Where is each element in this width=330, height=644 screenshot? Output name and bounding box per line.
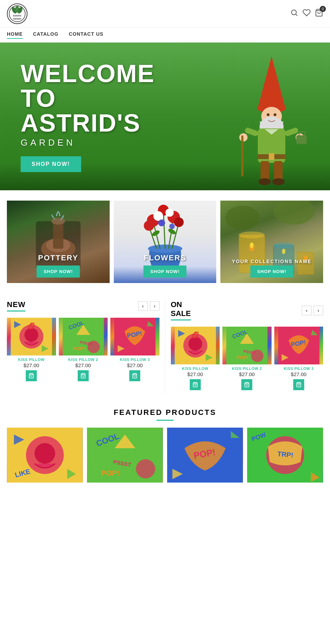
svg-point-64 (24, 328, 38, 342)
svg-rect-24 (296, 135, 307, 144)
hero-shop-button[interactable]: SHOP NOW! (21, 156, 81, 172)
new-product-1-price: $27.00 (7, 362, 56, 368)
new-next-button[interactable]: › (150, 301, 160, 311)
section-divider (165, 300, 165, 394)
featured-title: FEATURED PRODUCTS (7, 408, 323, 417)
featured-grid: LIKE COOL PSSST POP! (7, 428, 323, 483)
products-section: NEW ‹ › 💋 (0, 293, 330, 398)
collection-label: YOUR COLLECTIONS NAME (232, 259, 312, 264)
sale-products: ON SALE ‹ › 💋 (171, 300, 323, 394)
new-product-3-image: POP! (110, 318, 160, 355)
new-product-2: COOL PSSST POP! KISS PILLOW 2 $27.00 (59, 318, 108, 381)
svg-point-52 (226, 206, 260, 230)
sale-product-1-price: $27.00 (171, 371, 220, 377)
new-products: NEW ‹ › 💋 (7, 300, 160, 394)
nav-home[interactable]: HOME (7, 31, 23, 39)
svg-marker-9 (258, 56, 285, 108)
svg-point-56 (250, 242, 254, 248)
featured-section: FEATURED PRODUCTS LIKE COOL (0, 398, 330, 489)
svg-point-27 (258, 178, 271, 185)
sale-products-row: 💋 KISS PILLOW $27.00 (171, 323, 323, 394)
cart-count: 0 (320, 6, 326, 12)
main-nav: HOME CATALOG CONTACT US (0, 28, 330, 43)
header: Astrid's Garden 0 (0, 0, 330, 28)
featured-product-1[interactable]: LIKE (7, 428, 83, 483)
search-icon[interactable] (290, 9, 298, 19)
svg-text:TRP!: TRP! (277, 450, 294, 459)
svg-rect-32 (53, 221, 63, 249)
svg-point-46 (165, 208, 174, 217)
sale-product-2-price: $27.00 (222, 371, 272, 377)
sale-product-2-cart-button[interactable] (241, 379, 252, 390)
svg-point-58 (274, 242, 294, 248)
new-prev-button[interactable]: ‹ (138, 301, 148, 311)
wishlist-icon[interactable] (302, 9, 311, 19)
logo[interactable]: Astrid's Garden (7, 3, 28, 24)
flowers-label: FLOWERS (144, 253, 186, 262)
featured-product-4[interactable]: TRP! POW (247, 428, 323, 483)
cart-icon[interactable]: 0 (315, 9, 323, 19)
new-products-row: 💋 KISS PILLOW $27.00 (7, 314, 160, 385)
svg-point-111 (136, 459, 155, 478)
sale-product-1-cart-button[interactable] (190, 379, 201, 390)
new-product-2-cart-button[interactable] (78, 370, 89, 381)
new-product-2-price: $27.00 (59, 362, 108, 368)
nav-contact[interactable]: CONTACT US (69, 31, 103, 39)
new-product-3-name: KISS PILLOW 3 (110, 358, 160, 362)
new-title: NEW (7, 300, 25, 312)
sale-product-1-image: 💋 (171, 327, 220, 364)
section-row: NEW ‹ › 💋 (7, 300, 323, 394)
category-grid: POTTERY SHOP NOW! (0, 190, 330, 293)
hero-subtitle: GARDEN (21, 137, 155, 148)
svg-line-36 (163, 211, 165, 249)
svg-point-33 (51, 218, 65, 225)
svg-rect-23 (241, 135, 243, 177)
hero-content: WELCOME TO ASTRID'S GARDEN SHOP NOW! (0, 47, 175, 186)
svg-point-61 (282, 249, 286, 254)
sale-product-2-image: COOL PSSST POP! (222, 327, 272, 364)
category-collection[interactable]: YOUR COLLECTIONS NAME SHOP NOW! (220, 201, 323, 283)
new-product-3-cart-button[interactable] (129, 370, 140, 381)
pottery-cta[interactable]: SHOP NOW! (37, 265, 80, 278)
svg-point-13 (274, 113, 276, 116)
on-sale-line2: SALE (171, 309, 191, 320)
sale-product-3-cart-button[interactable] (293, 379, 304, 390)
svg-point-43 (174, 217, 184, 227)
svg-line-7 (296, 14, 297, 16)
new-product-3-price: $27.00 (110, 362, 160, 368)
svg-rect-18 (269, 153, 274, 160)
sale-next-button[interactable]: › (314, 306, 323, 315)
category-flowers[interactable]: FLOWERS SHOP NOW! (114, 201, 217, 283)
sale-product-3: POP! KISS PILLOW 3 $27.00 (274, 327, 323, 390)
new-product-1-cart-button[interactable] (26, 370, 37, 381)
sale-product-3-price: $27.00 (274, 371, 323, 377)
sale-product-3-image: POP! (274, 327, 323, 364)
sale-prev-button[interactable]: ‹ (302, 306, 311, 315)
svg-point-102 (35, 443, 55, 464)
svg-text:POP!: POP! (73, 346, 85, 351)
category-pottery[interactable]: POTTERY SHOP NOW! (7, 201, 110, 283)
nav-catalog[interactable]: CATALOG (33, 31, 58, 39)
sale-product-2-name: KISS PILLOW 2 (222, 366, 272, 371)
featured-product-3[interactable]: POP! (167, 428, 243, 483)
featured-underline (156, 420, 174, 421)
svg-point-93 (251, 350, 263, 362)
collection-cta[interactable]: SHOP NOW! (250, 265, 293, 278)
new-nav: ‹ › (138, 301, 160, 311)
new-product-2-image: COOL PSSST POP! (59, 318, 108, 355)
featured-product-4-image: TRP! POW (247, 428, 323, 483)
svg-point-6 (292, 10, 296, 15)
svg-text:💋: 💋 (28, 322, 35, 330)
svg-text:POP!: POP! (236, 355, 248, 360)
svg-point-12 (267, 113, 270, 116)
flowers-cta[interactable]: SHOP NOW! (143, 265, 186, 278)
sale-product-3-name: KISS PILLOW 3 (274, 366, 323, 371)
svg-text:POP!: POP! (101, 469, 120, 477)
featured-product-1-image: LIKE (7, 428, 83, 483)
hero-welcome: WELCOME (21, 61, 155, 86)
featured-product-2[interactable]: COOL PSSST POP! (87, 428, 163, 483)
pottery-label: POTTERY (38, 253, 78, 262)
svg-point-51 (274, 201, 315, 225)
sale-title-group: ON SALE (171, 300, 191, 320)
sale-product-2: COOL PSSST POP! KISS PILLOW 2 $27.00 (222, 327, 272, 390)
